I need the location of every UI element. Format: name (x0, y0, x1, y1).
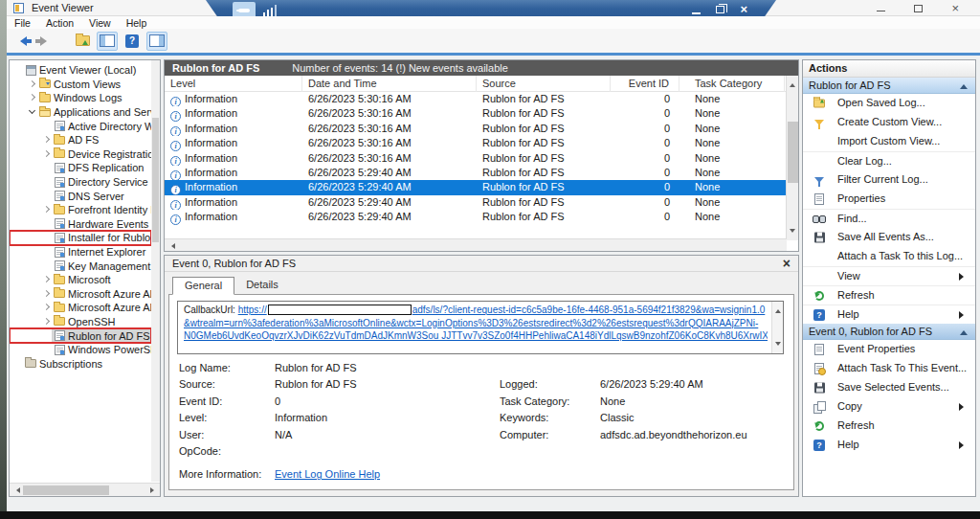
tab-details[interactable]: Details (234, 277, 290, 295)
event-row[interactable]: iInformation6/26/2023 5:30:16 AMRublon f… (165, 106, 787, 121)
chevron-right-icon[interactable] (42, 289, 52, 299)
close-detail-icon[interactable]: × (783, 256, 791, 271)
actions-section-header[interactable]: Rublon for AD FS (803, 78, 975, 94)
chevron-right-icon[interactable] (42, 275, 52, 284)
column-header-task_category[interactable]: Task Category (689, 76, 785, 92)
callback-url-link[interactable]: N0GMeb6UvdKeoOqvzrXJvDiK62zVuTdmDAdJKmnW… (184, 330, 768, 341)
list-vertical-scrollbar[interactable] (786, 76, 798, 240)
collapse-icon[interactable] (960, 327, 968, 335)
back-arrow-icon[interactable] (11, 32, 32, 51)
action-item[interactable]: Event Properties (803, 340, 975, 359)
maximize-icon[interactable] (914, 5, 923, 12)
tree-item[interactable]: OpenSSH (10, 315, 151, 329)
actions-section-header[interactable]: Event 0, Rublon for AD FS (803, 324, 975, 340)
action-item[interactable]: Create Custom View... (803, 113, 975, 132)
scroll-up-icon[interactable] (790, 80, 795, 87)
callback-url-link[interactable]: &wtrealm=urn%3afederation%3aMicrosoftOnl… (184, 318, 758, 328)
action-item[interactable]: Find... (803, 209, 975, 228)
tree-item[interactable]: Microsoft Azure AD Sync/ (10, 287, 151, 302)
event-row[interactable]: iInformation6/26/2023 5:29:40 AMRublon f… (165, 166, 787, 180)
rdp-restore-icon[interactable] (716, 6, 724, 13)
column-header-event_id[interactable]: Event ID (611, 76, 679, 92)
tree-item[interactable]: Microsoft (10, 273, 151, 287)
callback-url-link[interactable]: https:// (238, 305, 267, 315)
scroll-left-icon[interactable] (13, 487, 20, 493)
tree-vertical-scrollbar[interactable] (151, 60, 160, 482)
action-item[interactable]: Refresh (803, 285, 975, 305)
menu-help[interactable]: Help (119, 17, 155, 29)
rdp-minimize-icon[interactable] (692, 12, 701, 14)
minimize-icon[interactable] (877, 11, 885, 11)
action-item[interactable]: View (803, 266, 975, 285)
tree-item[interactable]: Rublon for AD FS (10, 328, 151, 343)
collapse-icon[interactable] (960, 80, 968, 89)
chevron-right-icon[interactable] (42, 135, 52, 145)
tree-item[interactable]: Directory Service (10, 175, 151, 190)
tree-item[interactable]: Event Viewer (Local) (10, 63, 151, 78)
tree-item[interactable]: Active Directory Web Serv (10, 119, 151, 133)
action-item[interactable]: Help (803, 305, 975, 324)
tree-item[interactable]: Custom Views (10, 78, 151, 92)
chevron-right-icon[interactable] (42, 317, 52, 327)
menu-view[interactable]: View (81, 17, 119, 29)
chevron-right-icon[interactable] (42, 149, 52, 159)
action-item[interactable]: Help (803, 436, 975, 455)
tree-item[interactable]: Hardware Events (10, 217, 151, 232)
tree-item[interactable]: Key Management Service (10, 259, 151, 273)
column-header-level[interactable]: Level (165, 76, 302, 92)
action-item[interactable]: Refresh (803, 417, 975, 436)
description-scrollbar[interactable] (771, 302, 783, 353)
action-item[interactable]: Save Selected Events... (803, 378, 975, 397)
scroll-down-icon[interactable] (790, 229, 795, 236)
event-row[interactable]: iInformation6/26/2023 5:29:40 AMRublon f… (165, 210, 787, 224)
list-horizontal-scrollbar[interactable] (165, 238, 787, 251)
scroll-down-icon[interactable] (775, 342, 781, 349)
tree-item[interactable]: DNS Server (10, 189, 151, 203)
callback-url-link[interactable]: adfs/ls/?client-request-id=c6c5a9be-16fe… (412, 305, 766, 315)
action-item[interactable]: Properties (803, 190, 975, 209)
action-item[interactable]: Open Saved Log... (803, 94, 975, 113)
action-item[interactable]: Save All Events As... (803, 228, 975, 247)
tree-item[interactable]: Applications and Services Log (10, 105, 151, 120)
action-item[interactable]: Clear Log... (803, 151, 975, 170)
tree-item[interactable]: Forefront Identity Manag (10, 203, 151, 217)
chevron-right-icon[interactable] (42, 303, 52, 312)
export-folder-icon[interactable] (72, 32, 93, 51)
forward-arrow-icon[interactable] (35, 32, 56, 51)
menu-action[interactable]: Action (38, 17, 81, 29)
column-header-datetime[interactable]: Date and Time (302, 76, 477, 92)
tree-item[interactable]: Windows Logs (10, 91, 151, 105)
action-item[interactable]: Attach Task To This Event... (803, 359, 975, 378)
chevron-right-icon[interactable] (42, 205, 52, 214)
scroll-right-icon[interactable] (150, 487, 157, 493)
event-description-box[interactable]: CallbackUrl: https://adfs/ls/?client-req… (177, 301, 784, 354)
tree-item[interactable]: Windows PowerShell (10, 343, 151, 357)
event-row[interactable]: iInformation6/26/2023 5:29:40 AMRublon f… (165, 180, 787, 194)
event-row[interactable]: iInformation6/26/2023 5:30:16 AMRublon f… (165, 92, 787, 106)
tree-item[interactable]: Microsoft Azure AD Sync/ (10, 301, 151, 315)
event-row[interactable]: iInformation6/26/2023 5:30:16 AMRublon f… (165, 136, 787, 150)
chevron-right-icon[interactable] (28, 79, 37, 89)
scroll-up-icon[interactable] (775, 306, 781, 313)
event-row[interactable]: iInformation6/26/2023 5:29:40 AMRublon f… (165, 195, 787, 210)
event-row[interactable]: iInformation6/26/2023 5:30:16 AMRublon f… (165, 122, 787, 136)
action-item[interactable]: Filter Current Log... (803, 170, 975, 190)
tree-item[interactable]: AD FS (10, 133, 151, 147)
tree-item[interactable]: Subscriptions (10, 356, 151, 371)
tree-item[interactable]: Internet Explorer (10, 245, 151, 260)
close-icon[interactable]: × (951, 2, 959, 14)
column-header-source[interactable]: Source (477, 76, 611, 92)
chevron-down-icon[interactable] (28, 107, 37, 117)
action-item[interactable]: Attach a Task To this Log... (803, 247, 975, 266)
action-item[interactable]: Copy (803, 397, 975, 417)
chevron-right-icon[interactable] (28, 93, 37, 102)
tab-general[interactable]: General (172, 277, 234, 295)
show-action-pane-icon[interactable] (146, 32, 167, 51)
rdp-close-icon[interactable]: × (740, 3, 747, 16)
tree-item[interactable]: DFS Replication (10, 161, 151, 175)
menu-file[interactable]: File (7, 17, 38, 29)
event-log-online-help-link[interactable]: Event Log Online Help (275, 468, 380, 480)
tree-horizontal-scrollbar[interactable] (10, 483, 161, 496)
tree-item[interactable]: Device Registration Servic (10, 147, 151, 162)
show-console-tree-icon[interactable] (97, 32, 118, 51)
